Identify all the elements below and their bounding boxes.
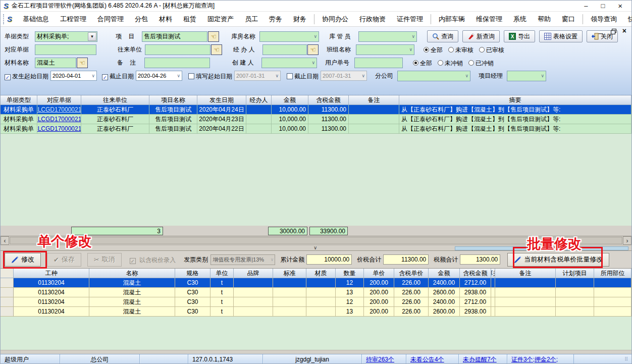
cell[interactable]: [234, 278, 273, 288]
scroll-right-icon[interactable]: ›: [623, 236, 631, 245]
cell[interactable]: [273, 297, 306, 307]
row-selector[interactable]: [1, 278, 14, 288]
column-header-14[interactable]: 备注: [495, 269, 556, 278]
menu-item-2[interactable]: 工程管理: [55, 13, 92, 25]
cell[interactable]: 10,000.00: [272, 105, 308, 115]
cell[interactable]: [594, 307, 631, 317]
audit-radio-all[interactable]: 全部: [424, 45, 448, 55]
cell[interactable]: [491, 278, 495, 288]
cell[interactable]: 从【正泰砂石料厂】购进【混凝土】到【售后项目测试】等:: [399, 105, 631, 115]
branch-combo[interactable]: ∨: [397, 71, 470, 81]
chevron-down-icon[interactable]: ∨: [313, 34, 319, 39]
picker-hand-icon[interactable]: ☜: [307, 44, 319, 55]
column-header-16[interactable]: 所用部位: [594, 269, 631, 278]
cell[interactable]: 10,000.00: [272, 124, 308, 134]
menu-item-17[interactable]: 帮助: [532, 13, 556, 25]
row-selector[interactable]: [1, 288, 14, 297]
fill-start-picker[interactable]: 2007-01-31∨: [234, 71, 281, 81]
mdi-minimize-button[interactable]: ＿: [598, 28, 604, 34]
menu-item-1[interactable]: 基础信息: [17, 13, 55, 25]
cell[interactable]: 混凝土: [89, 288, 175, 297]
offset-radio-not[interactable]: 未冲销: [438, 58, 468, 68]
cell[interactable]: 01130204: [14, 297, 89, 307]
cell[interactable]: [556, 297, 594, 307]
resize-grip-icon[interactable]: ⠿: [624, 356, 631, 363]
team-combo[interactable]: ∨: [356, 44, 414, 55]
cell[interactable]: 2020年04月22日: [197, 124, 246, 134]
cell[interactable]: [491, 288, 495, 297]
creator-combo[interactable]: ∨: [261, 58, 317, 68]
audit-radio-audited[interactable]: 已审核: [479, 45, 510, 55]
cell[interactable]: 01130204: [14, 278, 89, 288]
cell[interactable]: 13: [336, 288, 364, 297]
column-header-5[interactable]: 品牌: [234, 269, 273, 278]
cell[interactable]: [594, 297, 631, 307]
menu-item-4[interactable]: 分包: [129, 13, 153, 25]
cell[interactable]: 11300.00: [308, 105, 349, 115]
menu-item-13[interactable]: 证件管理: [391, 13, 429, 25]
cell[interactable]: 200.00: [364, 288, 394, 297]
cell[interactable]: 2712.00: [460, 297, 491, 307]
cell[interactable]: 售后项目测试: [149, 124, 197, 134]
toolbar-grip[interactable]: [3, 14, 4, 24]
cell[interactable]: [594, 278, 631, 288]
chevron-down-icon[interactable]: ▼: [88, 32, 96, 41]
chevron-down-icon[interactable]: ∨: [541, 73, 546, 78]
cell[interactable]: 从【正泰砂石料厂】购进【混凝土】到【售后项目测试】等:: [399, 115, 631, 124]
partner-input[interactable]: [145, 44, 210, 55]
cell[interactable]: 01130204: [14, 288, 89, 297]
cell[interactable]: 正泰砂石料厂: [81, 124, 149, 134]
project-input[interactable]: [142, 31, 207, 42]
cell[interactable]: [306, 307, 336, 317]
chevron-down-icon[interactable]: ∨: [311, 60, 317, 65]
cell[interactable]: 01130204: [14, 307, 89, 317]
table-row[interactable]: 材料采购单CLCGD170000214正泰砂石料厂售后项目测试2020年04月2…: [1, 115, 631, 124]
cell[interactable]: t: [210, 278, 234, 288]
menu-item-7[interactable]: 固定资产: [202, 13, 239, 25]
user-doc-input[interactable]: [354, 58, 403, 68]
cell[interactable]: 2938.00: [460, 288, 491, 297]
column-header-3[interactable]: 规格: [175, 269, 210, 278]
menu-item-15[interactable]: 维保管理: [470, 13, 508, 25]
cell[interactable]: 200.00: [364, 278, 394, 288]
fill-start-checkbox[interactable]: 填写起始日期: [188, 71, 232, 81]
row-selector[interactable]: [1, 307, 14, 317]
cell[interactable]: 售后项目测试: [149, 115, 197, 124]
mdi-close-button[interactable]: ×: [622, 28, 626, 34]
column-header-7[interactable]: 金额: [272, 95, 308, 105]
warehouse-combo[interactable]: ∨: [259, 31, 319, 42]
cell[interactable]: 混凝土: [89, 307, 175, 317]
query-button[interactable]: 查询: [427, 30, 458, 42]
column-header-6[interactable]: 标准: [273, 269, 306, 278]
cell[interactable]: 226.00: [394, 297, 429, 307]
fill-end-picker[interactable]: 2007-01-31∨: [321, 71, 367, 81]
cell[interactable]: 2712.00: [460, 278, 491, 288]
column-header-7[interactable]: 材质: [306, 269, 336, 278]
cell[interactable]: 2400.00: [429, 278, 460, 288]
cell[interactable]: 2400.00: [429, 297, 460, 307]
cell[interactable]: [246, 124, 272, 134]
cell[interactable]: [491, 307, 495, 317]
cell[interactable]: [556, 278, 594, 288]
menu-item-8[interactable]: 员工: [239, 13, 264, 25]
menu-item-16[interactable]: 系统: [508, 13, 532, 25]
cell[interactable]: C30: [175, 278, 210, 288]
pm-combo[interactable]: ∨: [507, 71, 546, 81]
menu-item-18[interactable]: 窗口: [556, 13, 581, 25]
cell[interactable]: CLCGD170000213: [37, 105, 81, 115]
column-header-1[interactable]: 单据类型: [1, 95, 37, 105]
mdi-restore-button[interactable]: [611, 29, 615, 33]
menu-item-10[interactable]: 财务: [288, 13, 312, 25]
column-header-11[interactable]: 金额: [429, 269, 460, 278]
column-header-9[interactable]: 备注: [349, 95, 399, 105]
cell[interactable]: 226.00: [394, 278, 429, 288]
menu-item-14[interactable]: 内部车辆: [433, 13, 470, 25]
cell[interactable]: 材料采购单: [1, 115, 37, 124]
cell[interactable]: [306, 278, 336, 288]
offset-radio-done[interactable]: 已冲销: [468, 58, 499, 68]
cell[interactable]: [491, 297, 495, 307]
picker-hand-icon[interactable]: ☜: [77, 58, 88, 68]
table-row[interactable]: 01130204混凝土C30t13200.00226.002600.002938…: [1, 307, 631, 317]
fill-end-checkbox[interactable]: 截止日期: [287, 71, 319, 81]
chevron-down-icon[interactable]: ∨: [409, 47, 414, 52]
